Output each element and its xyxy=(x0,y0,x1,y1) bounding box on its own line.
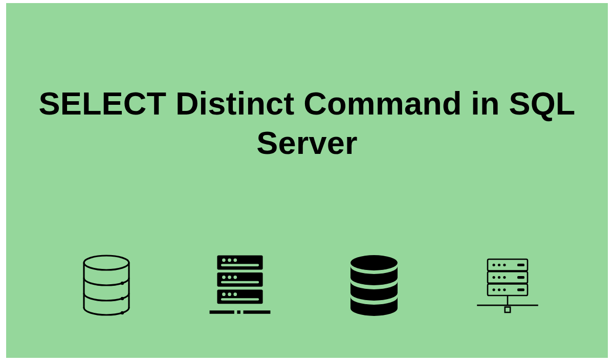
svg-point-11 xyxy=(222,276,226,279)
svg-rect-20 xyxy=(237,310,241,314)
svg-point-13 xyxy=(234,276,237,279)
svg-point-16 xyxy=(228,292,232,296)
svg-point-1 xyxy=(122,282,123,284)
svg-point-31 xyxy=(503,276,506,279)
database-solid-icon xyxy=(341,253,407,319)
database-outline-icon xyxy=(73,253,140,319)
svg-rect-10 xyxy=(221,264,259,266)
svg-point-12 xyxy=(228,276,232,279)
server-rack-solid-icon xyxy=(207,253,273,319)
svg-rect-40 xyxy=(505,307,510,312)
svg-point-0 xyxy=(84,256,129,270)
svg-point-2 xyxy=(122,298,123,299)
svg-point-3 xyxy=(122,312,123,313)
svg-point-8 xyxy=(228,259,232,262)
page-title: SELECT Distinct Command in SQL Server xyxy=(6,84,608,163)
svg-point-34 xyxy=(503,288,506,291)
svg-rect-14 xyxy=(221,281,259,284)
svg-point-7 xyxy=(222,259,226,262)
server-rack-network-outline-icon xyxy=(474,253,541,319)
svg-rect-36 xyxy=(517,276,524,279)
svg-point-33 xyxy=(498,288,500,291)
svg-rect-4 xyxy=(217,256,263,270)
svg-point-28 xyxy=(503,264,506,266)
svg-rect-6 xyxy=(217,289,263,304)
svg-point-30 xyxy=(498,276,500,279)
svg-point-17 xyxy=(234,292,237,296)
banner-card: SELECT Distinct Command in SQL Server xyxy=(6,3,608,358)
svg-point-27 xyxy=(498,264,500,266)
svg-rect-18 xyxy=(221,298,259,301)
icon-row xyxy=(6,253,608,319)
svg-rect-35 xyxy=(517,264,524,266)
svg-point-26 xyxy=(492,264,495,266)
svg-rect-21 xyxy=(244,310,271,314)
svg-point-15 xyxy=(222,292,226,296)
svg-rect-19 xyxy=(210,310,234,314)
svg-rect-37 xyxy=(517,288,524,291)
svg-point-22 xyxy=(350,255,398,270)
svg-point-29 xyxy=(492,276,495,279)
svg-rect-5 xyxy=(217,272,263,287)
svg-point-9 xyxy=(234,259,237,262)
svg-point-32 xyxy=(492,288,495,291)
